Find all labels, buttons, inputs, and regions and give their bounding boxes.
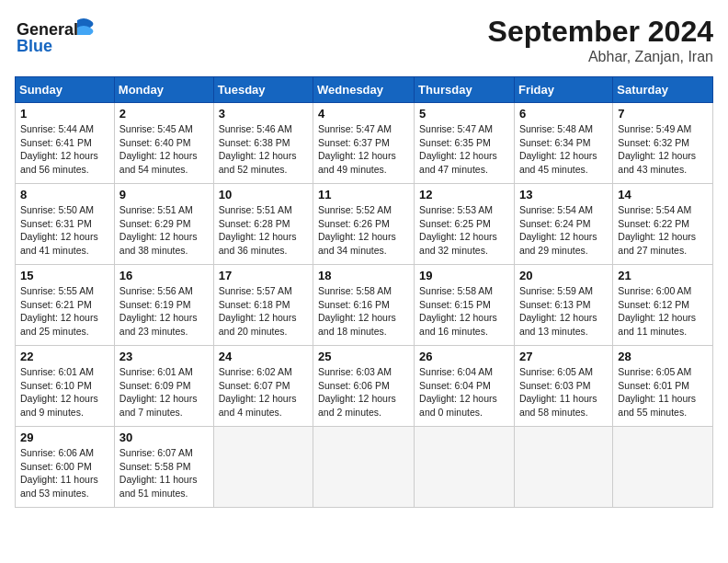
day-cell-3: 3Sunrise: 5:46 AM Sunset: 6:38 PM Daylig… [213,103,313,184]
day-detail: Sunrise: 5:54 AM Sunset: 6:22 PM Dayligh… [618,203,708,258]
day-cell-10: 10Sunrise: 5:51 AM Sunset: 6:28 PM Dayli… [213,184,313,265]
day-number: 22 [20,350,109,363]
day-detail: Sunrise: 5:58 AM Sunset: 6:16 PM Dayligh… [318,284,409,339]
day-detail: Sunrise: 5:46 AM Sunset: 6:38 PM Dayligh… [219,122,308,177]
day-cell-13: 13Sunrise: 5:54 AM Sunset: 6:24 PM Dayli… [514,184,612,265]
day-cell-2: 2Sunrise: 5:45 AM Sunset: 6:40 PM Daylig… [114,103,213,184]
col-header-wednesday: Wednesday [313,77,415,103]
day-cell-16: 16Sunrise: 5:56 AM Sunset: 6:19 PM Dayli… [114,265,213,346]
day-number: 14 [618,188,708,201]
week-row-1: 1Sunrise: 5:44 AM Sunset: 6:41 PM Daylig… [16,103,713,184]
day-cell-6: 6Sunrise: 5:48 AM Sunset: 6:34 PM Daylig… [514,103,612,184]
day-number: 16 [119,269,209,282]
day-number: 12 [419,188,509,201]
day-cell-9: 9Sunrise: 5:51 AM Sunset: 6:29 PM Daylig… [114,184,213,265]
day-number: 13 [519,188,608,201]
day-detail: Sunrise: 6:07 AM Sunset: 5:58 PM Dayligh… [119,446,209,500]
day-cell-11: 11Sunrise: 5:52 AM Sunset: 6:26 PM Dayli… [313,184,415,265]
day-number: 21 [618,269,708,282]
day-number: 24 [219,350,308,363]
day-number: 11 [318,188,409,201]
month-title: September 2024 [488,15,713,49]
day-cell-27: 27Sunrise: 6:05 AM Sunset: 6:03 PM Dayli… [514,346,612,427]
day-cell-30: 30Sunrise: 6:07 AM Sunset: 5:58 PM Dayli… [114,427,213,508]
day-cell-5: 5Sunrise: 5:47 AM Sunset: 6:35 PM Daylig… [415,103,515,184]
day-detail: Sunrise: 5:59 AM Sunset: 6:13 PM Dayligh… [519,284,608,339]
day-cell-20: 20Sunrise: 5:59 AM Sunset: 6:13 PM Dayli… [514,265,612,346]
day-detail: Sunrise: 5:57 AM Sunset: 6:18 PM Dayligh… [219,284,308,339]
logo-svg: General Blue [15,15,97,55]
day-number: 2 [119,107,209,121]
calendar-table: SundayMondayTuesdayWednesdayThursdayFrid… [15,76,713,508]
day-cell-23: 23Sunrise: 6:01 AM Sunset: 6:09 PM Dayli… [114,346,213,427]
day-number: 8 [20,188,109,201]
day-detail: Sunrise: 5:50 AM Sunset: 6:31 PM Dayligh… [20,203,109,258]
day-cell-4: 4Sunrise: 5:47 AM Sunset: 6:37 PM Daylig… [313,103,415,184]
day-cell-12: 12Sunrise: 5:53 AM Sunset: 6:25 PM Dayli… [415,184,515,265]
empty-cell [313,427,415,508]
col-header-tuesday: Tuesday [213,77,313,103]
day-cell-28: 28Sunrise: 6:05 AM Sunset: 6:01 PM Dayli… [613,346,713,427]
day-number: 4 [318,107,409,121]
svg-text:Blue: Blue [17,37,52,55]
day-detail: Sunrise: 6:01 AM Sunset: 6:10 PM Dayligh… [20,365,109,419]
day-number: 28 [618,350,708,363]
title-block: September 2024 Abhar, Zanjan, Iran [488,15,713,65]
day-number: 1 [20,107,109,121]
col-header-thursday: Thursday [415,77,515,103]
day-cell-15: 15Sunrise: 5:55 AM Sunset: 6:21 PM Dayli… [16,265,115,346]
week-row-5: 29Sunrise: 6:06 AM Sunset: 6:00 PM Dayli… [16,427,713,508]
day-number: 15 [20,269,109,282]
day-detail: Sunrise: 5:48 AM Sunset: 6:34 PM Dayligh… [519,122,608,177]
day-number: 26 [419,350,509,363]
day-number: 20 [519,269,608,282]
day-detail: Sunrise: 6:05 AM Sunset: 6:01 PM Dayligh… [618,365,708,419]
day-detail: Sunrise: 5:53 AM Sunset: 6:25 PM Dayligh… [419,203,509,258]
day-number: 19 [419,269,509,282]
day-detail: Sunrise: 6:05 AM Sunset: 6:03 PM Dayligh… [519,365,608,419]
day-number: 6 [519,107,608,121]
day-cell-26: 26Sunrise: 6:04 AM Sunset: 6:04 PM Dayli… [415,346,515,427]
day-number: 17 [219,269,308,282]
day-cell-17: 17Sunrise: 5:57 AM Sunset: 6:18 PM Dayli… [213,265,313,346]
day-number: 25 [318,350,409,363]
empty-cell [213,427,313,508]
day-detail: Sunrise: 6:00 AM Sunset: 6:12 PM Dayligh… [618,284,708,339]
day-detail: Sunrise: 6:06 AM Sunset: 6:00 PM Dayligh… [20,446,109,500]
day-number: 7 [618,107,708,121]
day-detail: Sunrise: 5:47 AM Sunset: 6:35 PM Dayligh… [419,122,509,177]
week-row-3: 15Sunrise: 5:55 AM Sunset: 6:21 PM Dayli… [16,265,713,346]
col-header-sunday: Sunday [16,77,115,103]
logo: General Blue [15,15,97,55]
day-detail: Sunrise: 5:49 AM Sunset: 6:32 PM Dayligh… [618,122,708,177]
col-header-friday: Friday [514,77,612,103]
day-cell-24: 24Sunrise: 6:02 AM Sunset: 6:07 PM Dayli… [213,346,313,427]
empty-cell [514,427,612,508]
day-number: 18 [318,269,409,282]
day-cell-29: 29Sunrise: 6:06 AM Sunset: 6:00 PM Dayli… [16,427,115,508]
day-cell-7: 7Sunrise: 5:49 AM Sunset: 6:32 PM Daylig… [613,103,713,184]
day-detail: Sunrise: 5:45 AM Sunset: 6:40 PM Dayligh… [119,122,209,177]
day-number: 9 [119,188,209,201]
location-title: Abhar, Zanjan, Iran [488,49,713,65]
day-number: 3 [219,107,308,121]
day-number: 23 [119,350,209,363]
day-detail: Sunrise: 5:51 AM Sunset: 6:29 PM Dayligh… [119,203,209,258]
week-row-2: 8Sunrise: 5:50 AM Sunset: 6:31 PM Daylig… [16,184,713,265]
day-cell-8: 8Sunrise: 5:50 AM Sunset: 6:31 PM Daylig… [16,184,115,265]
day-detail: Sunrise: 6:02 AM Sunset: 6:07 PM Dayligh… [219,365,308,419]
day-detail: Sunrise: 5:54 AM Sunset: 6:24 PM Dayligh… [519,203,608,258]
day-detail: Sunrise: 5:55 AM Sunset: 6:21 PM Dayligh… [20,284,109,339]
col-header-monday: Monday [114,77,213,103]
day-detail: Sunrise: 5:44 AM Sunset: 6:41 PM Dayligh… [20,122,109,177]
day-number: 29 [20,431,109,444]
day-detail: Sunrise: 5:58 AM Sunset: 6:15 PM Dayligh… [419,284,509,339]
day-detail: Sunrise: 6:03 AM Sunset: 6:06 PM Dayligh… [318,365,409,419]
day-number: 30 [119,431,209,444]
day-number: 5 [419,107,509,121]
svg-text:General: General [17,20,78,39]
day-cell-21: 21Sunrise: 6:00 AM Sunset: 6:12 PM Dayli… [613,265,713,346]
col-header-saturday: Saturday [613,77,713,103]
empty-cell [415,427,515,508]
empty-cell [613,427,713,508]
